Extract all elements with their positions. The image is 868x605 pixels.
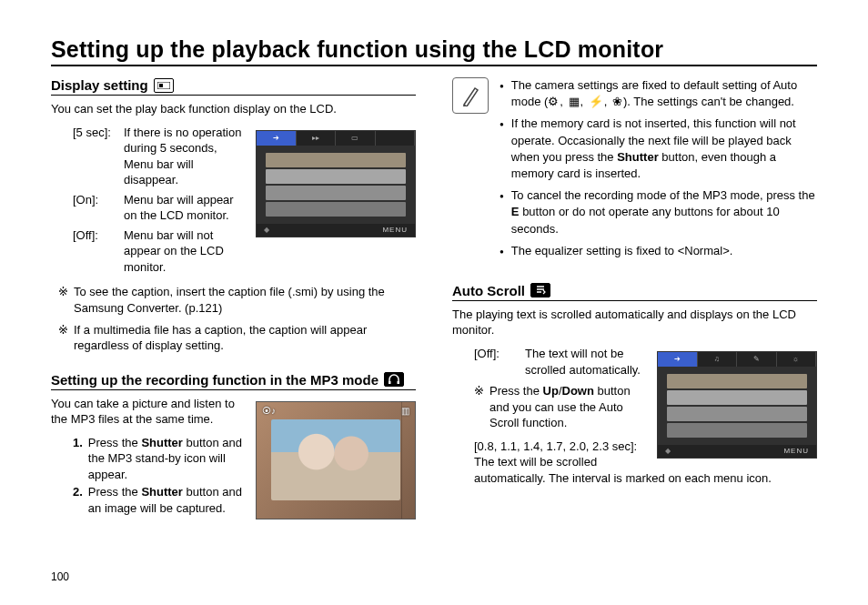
lcd-preview-autoscroll: ➔ ♫ ✎ ☼ ◆MENU [657, 351, 817, 459]
camera-overlay-icon: ⦿♪ [262, 406, 276, 416]
lcd-tab-2: ▸▸ [297, 131, 337, 146]
option-val: The text will not be scrolled automatica… [525, 346, 646, 378]
lcd-tab-3: ▭ [336, 131, 376, 146]
lcd-tab-2: ♫ [698, 352, 738, 367]
auto-scroll-intro: The playing text is scrolled automatical… [452, 307, 817, 338]
scroll-icon [530, 283, 550, 297]
range-text: The text will be scrolled automatically.… [474, 454, 817, 486]
footnote: ※ To see the caption, insert the caption… [58, 284, 416, 316]
option-off: [Off]: Menu bar will not appear on the L… [73, 227, 245, 276]
footnote-text: If a multimedia file has a caption, the … [74, 322, 416, 354]
page-title: Setting up the playback function using t… [51, 36, 817, 66]
note-item: The equalizer setting is fixed to <Norma… [500, 243, 817, 259]
note-item: To cancel the recording mode of the MP3 … [500, 187, 817, 237]
option-off-scroll: [Off]: The text will not be scrolled aut… [474, 346, 646, 378]
asterisk-icon: ※ [58, 322, 68, 354]
step-number: 1. [73, 435, 83, 483]
note-item: The camera settings are fixed to default… [500, 77, 817, 110]
lcd-tab-4 [376, 131, 416, 146]
lcd-band [667, 423, 807, 438]
option-key: [On]: [73, 192, 124, 224]
step-1: 1. Press the Shutter button and the MP3 … [73, 435, 245, 483]
step-2: 2. Press the Shutter button and an image… [73, 484, 245, 516]
asterisk-icon: ※ [58, 284, 68, 316]
battery-overlay-icon: ▥ [401, 406, 409, 416]
lcd-band [266, 153, 406, 167]
note-box: The camera settings are fixed to default… [452, 77, 817, 265]
display-setting-intro: You can set the play back function displ… [51, 101, 416, 117]
svg-rect-1 [159, 84, 163, 87]
option-key: [Off]: [474, 346, 525, 378]
lcd-menu-label: MENU [783, 447, 809, 455]
step-text: Press the Shutter button and an image wi… [88, 484, 245, 516]
lcd-band [266, 169, 406, 184]
step-number: 2. [73, 484, 83, 516]
note-icon [452, 77, 489, 114]
option-val: If there is no operation during 5 second… [124, 125, 245, 188]
heading-mp3-text: Setting up the recording function in the… [51, 372, 378, 388]
mp3-intro: You can take a picture and listen to the… [51, 396, 251, 428]
svg-rect-2 [389, 381, 391, 384]
mode-icons: ⚙, ▦, ⚡, ❀ [548, 95, 623, 108]
footnote-text: To see the caption, insert the caption f… [74, 284, 416, 316]
footnote: ※ If a multimedia file has a caption, th… [58, 322, 416, 354]
option-5sec: [5 sec]: If there is no operation during… [73, 125, 245, 188]
lcd-tab-4: ☼ [777, 352, 817, 367]
page-number: 100 [51, 570, 69, 583]
option-on: [On]: Menu bar will appear on the LCD mo… [73, 192, 245, 224]
option-key: [Off]: [73, 227, 124, 276]
lcd-band [266, 202, 406, 217]
lcd-tab-1: ➔ [658, 352, 698, 367]
heading-mp3: Setting up the recording function in the… [51, 372, 416, 390]
lcd-tab-1: ➔ [257, 131, 297, 146]
lcd-menu-label: MENU [382, 226, 408, 234]
headphones-icon [384, 372, 404, 387]
lcd-band [667, 407, 807, 421]
heading-auto-scroll-text: Auto Scroll [452, 283, 525, 298]
asterisk-icon: ※ [474, 383, 484, 431]
footnote-text: Press the Up/Down button and you can use… [490, 383, 646, 431]
lcd-band [667, 374, 807, 388]
heading-display-setting-text: Display setting [51, 77, 148, 93]
lcd-preview-display: ➔ ▸▸ ▭ ◆MENU [256, 130, 416, 237]
lcd-band [266, 186, 406, 200]
heading-auto-scroll: Auto Scroll [452, 283, 817, 301]
footnote: ※ Press the Up/Down button and you can u… [474, 383, 646, 431]
lcd-tab-3: ✎ [737, 352, 777, 367]
note-item: If the memory card is not inserted, this… [500, 116, 817, 182]
heading-display-setting: Display setting [51, 77, 416, 96]
lcd-band [667, 390, 807, 405]
option-key: [5 sec]: [73, 125, 124, 188]
photo-preview: ⦿♪ ▥ [256, 401, 416, 519]
svg-rect-3 [398, 381, 400, 384]
display-setting-icon [154, 78, 174, 93]
option-val: Menu bar will appear on the LCD monitor. [124, 192, 245, 224]
step-text: Press the Shutter button and the MP3 sta… [88, 435, 245, 483]
option-val: Menu bar will not appear on the LCD moni… [124, 227, 245, 276]
